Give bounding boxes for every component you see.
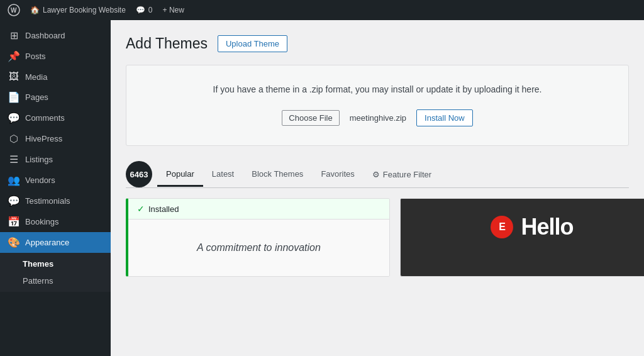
appearance-icon: 🎨 — [8, 236, 20, 248]
theme-card-preview: A commitment to innovation — [128, 220, 389, 276]
sidebar-item-listings[interactable]: ☰ Listings — [0, 149, 111, 170]
posts-icon: 📌 — [8, 50, 20, 62]
theme-card-title: A commitment to innovation — [197, 242, 321, 253]
media-icon: 🖼 — [8, 71, 20, 82]
upload-theme-button[interactable]: Upload Theme — [218, 35, 287, 52]
tab-latest[interactable]: Latest — [203, 163, 243, 187]
tab-popular[interactable]: Popular — [157, 163, 203, 187]
testimonials-icon: 💬 — [8, 195, 20, 207]
comments-count: 0 — [148, 6, 153, 14]
sidebar-item-vendors[interactable]: 👥 Vendors — [0, 170, 111, 191]
tab-feature-filter[interactable]: ⚙ Feature Filter — [364, 164, 440, 186]
main-layout: ⊞ Dashboard 📌 Posts 🖼 Media 📄 Pages 💬 Co… — [0, 20, 644, 356]
theme-card-hello-content: E Hello — [401, 199, 644, 255]
theme-count-badge: 6463 — [126, 161, 152, 187]
sidebar-label-comments: Comments — [25, 113, 65, 123]
new-item[interactable]: + New — [163, 6, 184, 14]
tab-latest-label: Latest — [212, 169, 234, 179]
sidebar-label-posts: Posts — [25, 52, 46, 61]
top-bar: W 🏠 Lawyer Booking Website 💬 0 + New — [0, 0, 644, 20]
themes-grid: ✓ Installed A commitment to innovation E… — [126, 198, 629, 277]
sidebar-item-testimonials[interactable]: 💬 Testimonials — [0, 191, 111, 211]
sidebar-label-pages: Pages — [25, 92, 48, 102]
home-icon: 🏠 — [30, 6, 40, 14]
upload-section: If you have a theme in a .zip format, yo… — [126, 65, 629, 146]
sidebar-sub-themes[interactable]: Themes — [0, 255, 111, 272]
vendors-icon: 👥 — [8, 174, 20, 186]
sidebar-item-pages[interactable]: 📄 Pages — [0, 87, 111, 108]
sidebar-item-media[interactable]: 🖼 Media — [0, 67, 111, 87]
patterns-sub-label: Patterns — [23, 276, 53, 286]
site-name-item[interactable]: 🏠 Lawyer Booking Website — [30, 6, 126, 14]
sidebar-label-testimonials: Testimonials — [25, 196, 70, 206]
content-area: Add Themes Upload Theme If you have a th… — [111, 20, 644, 356]
sidebar-label-listings: Listings — [25, 155, 53, 164]
sidebar-label-bookings: Bookings — [25, 217, 58, 226]
comments-icon: 💬 — [136, 6, 145, 14]
upload-description: If you have a theme in a .zip format, yo… — [145, 84, 609, 94]
sidebar-submenu: Themes Patterns — [0, 253, 111, 292]
tab-feature-filter-label: Feature Filter — [383, 170, 431, 179]
elementor-icon-label: E — [499, 221, 506, 233]
wp-logo-item[interactable]: W — [8, 4, 20, 16]
sidebar-label-appearance: Appearance — [25, 238, 69, 247]
comments-nav-icon: 💬 — [8, 112, 20, 124]
sidebar-label-media: Media — [25, 72, 47, 82]
sidebar-sub-patterns[interactable]: Patterns — [0, 272, 111, 289]
sidebar-label-vendors: Vendors — [25, 175, 55, 185]
sidebar: ⊞ Dashboard 📌 Posts 🖼 Media 📄 Pages 💬 Co… — [0, 20, 111, 356]
sidebar-item-comments[interactable]: 💬 Comments — [0, 108, 111, 128]
sidebar-item-dashboard[interactable]: ⊞ Dashboard — [0, 25, 111, 46]
themes-sub-label: Themes — [23, 259, 53, 269]
theme-card-hello[interactable]: E Hello — [400, 198, 644, 277]
sidebar-item-posts[interactable]: 📌 Posts — [0, 46, 111, 67]
sidebar-item-bookings[interactable]: 📅 Bookings — [0, 211, 111, 232]
installed-label: Installed — [148, 204, 179, 214]
svg-text:W: W — [11, 7, 17, 14]
new-label: + New — [163, 6, 184, 14]
tab-block-themes-label: Block Themes — [252, 169, 303, 179]
page-header: Add Themes Upload Theme — [126, 35, 629, 52]
tab-favorites-label: Favorites — [321, 169, 354, 179]
check-icon: ✓ — [137, 204, 145, 214]
sidebar-label-dashboard: Dashboard — [25, 31, 65, 40]
hivepress-icon: ⬡ — [8, 133, 20, 145]
listings-icon: ☰ — [8, 153, 20, 165]
theme-card-installed[interactable]: ✓ Installed A commitment to innovation — [126, 198, 390, 277]
sidebar-item-hivepress[interactable]: ⬡ HivePress — [0, 128, 111, 149]
pages-icon: 📄 — [8, 91, 20, 103]
sidebar-item-appearance[interactable]: 🎨 Appearance — [0, 232, 111, 253]
dashboard-icon: ⊞ — [8, 30, 20, 42]
site-name: Lawyer Booking Website — [43, 6, 126, 14]
choose-file-button[interactable]: Choose File — [282, 110, 339, 126]
sidebar-label-hivepress: HivePress — [25, 134, 62, 143]
installed-badge: ✓ Installed — [128, 199, 389, 220]
install-now-button[interactable]: Install Now — [416, 109, 473, 126]
tab-favorites[interactable]: Favorites — [312, 163, 363, 187]
file-upload-row: Choose File meetinghive.zip Install Now — [145, 109, 609, 126]
bookings-icon: 📅 — [8, 216, 20, 228]
hello-text: Hello — [521, 214, 573, 240]
page-title: Add Themes — [126, 35, 208, 52]
comments-item[interactable]: 💬 0 — [136, 6, 153, 14]
themes-tabs-row: 6463 Popular Latest Block Themes Favorit… — [126, 161, 629, 188]
tab-popular-label: Popular — [166, 169, 194, 179]
file-name: meetinghive.zip — [350, 113, 406, 123]
tab-block-themes[interactable]: Block Themes — [243, 163, 312, 187]
wp-logo-icon: W — [8, 4, 20, 16]
elementor-badge: E — [491, 216, 513, 238]
gear-icon: ⚙ — [372, 170, 380, 179]
